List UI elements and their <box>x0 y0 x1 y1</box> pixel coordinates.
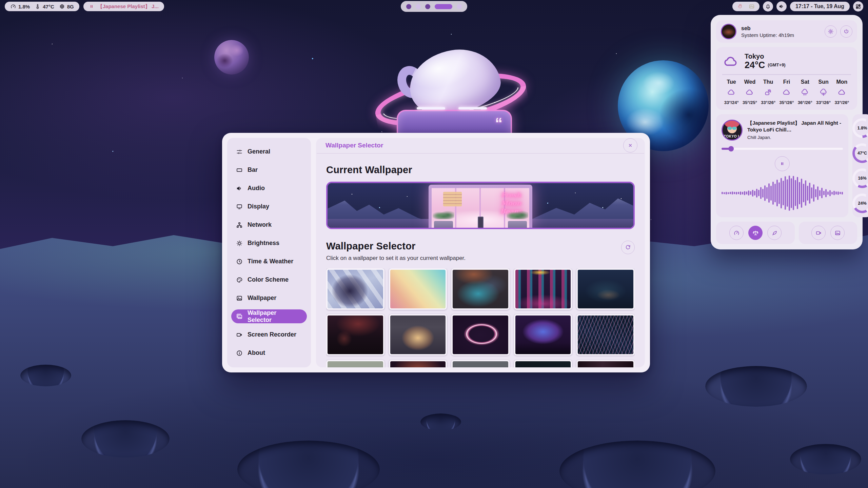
screen-record-button[interactable] <box>811 226 826 240</box>
wallpaper-thumbnail[interactable] <box>514 360 572 367</box>
waveform-bar <box>837 191 839 195</box>
sidebar-item-network[interactable]: Network <box>231 218 307 232</box>
volume-button[interactable] <box>776 1 787 12</box>
waveform-bar <box>746 191 747 195</box>
refresh-button[interactable] <box>621 241 635 254</box>
waveform-bar <box>827 191 829 195</box>
workspace-dot-1[interactable] <box>406 4 411 9</box>
waveform-bar <box>831 192 833 195</box>
sidebar-label: Network <box>248 221 272 228</box>
sidebar-label: Bar <box>248 166 258 174</box>
image-icon <box>834 230 841 236</box>
hand-app-icon[interactable] <box>737 3 743 9</box>
wallpaper-thumbnail[interactable] <box>389 268 447 310</box>
videocam-icon <box>815 230 822 236</box>
weather-card: Tokyo 24°C (GMT+9) Tue Wed Thu Fri Sat S… <box>716 47 857 110</box>
waveform-bar <box>730 192 731 194</box>
sidebar-item-wallpaper-selector[interactable]: Wallpaper Selector <box>231 309 307 323</box>
waveform-bar <box>835 191 837 195</box>
crater <box>420 413 461 430</box>
wallpaper-thumbnail[interactable] <box>576 314 635 355</box>
waveform-bar <box>774 184 776 202</box>
waveform-bar <box>805 180 806 206</box>
wallpaper-thumbnail[interactable] <box>389 314 447 355</box>
settings-window: General Bar Audio Display Network Bright… <box>222 133 650 372</box>
cloud-icon <box>722 88 741 97</box>
bar-icon <box>236 167 243 174</box>
user-name: seb <box>741 25 794 32</box>
wallpaper-thumbnail[interactable] <box>451 360 510 367</box>
profile-balanced-button[interactable] <box>748 226 763 240</box>
waveform-bar <box>752 190 753 197</box>
workspace-dot-4[interactable] <box>435 4 452 9</box>
system-stats-pill[interactable]: 1.8% 47°C 8G <box>5 2 79 11</box>
wallpaper-thumbnail[interactable] <box>389 360 447 367</box>
waveform-bar <box>809 183 810 204</box>
wallpaper-grid <box>326 268 635 367</box>
waveform-bar <box>803 184 804 202</box>
waveform-bar <box>778 182 780 204</box>
gauge-value: 24% <box>852 194 868 213</box>
media-progress-slider[interactable] <box>722 146 843 151</box>
notifications-button[interactable] <box>763 1 773 12</box>
settings-main-panel: Wallpaper Selector Current Wallpaper Fre… <box>316 138 645 367</box>
screenshot-button[interactable] <box>830 226 845 240</box>
sidebar-item-display[interactable]: Display <box>231 200 307 214</box>
waveform-bar <box>795 180 796 206</box>
waveform-bar <box>789 176 790 211</box>
forecast-day: Fri <box>777 79 796 85</box>
waveform-bar <box>724 192 725 194</box>
current-wallpaper-preview[interactable]: FreshMoonBeans <box>326 182 635 229</box>
sidebar-item-wallpaper[interactable]: Wallpaper <box>231 291 307 305</box>
crater <box>20 365 71 386</box>
forecast-temps: 33°/24° <box>722 100 741 105</box>
wallpaper-thumbnail[interactable] <box>514 268 572 310</box>
wallpaper-thumbnail[interactable] <box>451 268 510 310</box>
app-launcher-button[interactable] <box>853 1 863 12</box>
weather-divider <box>722 74 851 75</box>
wallpaper-thumbnail[interactable] <box>326 360 384 367</box>
profile-performance-button[interactable] <box>729 226 744 240</box>
clock-pill[interactable]: 17:17 - Tue, 19 Aug <box>790 2 850 11</box>
wallpaper-thumbnail[interactable] <box>576 268 635 310</box>
workspace-dot-2[interactable] <box>416 4 421 9</box>
sidebar-item-about[interactable]: About <box>231 346 307 360</box>
sidebar-item-bar[interactable]: Bar <box>231 163 307 177</box>
wallpaper-thumbnail[interactable] <box>326 268 384 310</box>
waveform-bar <box>829 190 831 196</box>
waveform-bar <box>758 190 760 196</box>
waveform-bar <box>748 190 749 196</box>
media-title: 【Japanese Playlist】 Japan All Night - To… <box>747 120 843 133</box>
info-icon <box>236 350 243 357</box>
media-chip[interactable]: 【Japanese Playlist】 J... <box>83 2 164 11</box>
sidebar-item-audio[interactable]: Audio <box>231 181 307 195</box>
videocam-icon <box>236 331 243 338</box>
cpu-gauge: 1.8% <box>852 118 868 138</box>
waveform-bar <box>842 192 843 195</box>
profile-power-saver-button[interactable] <box>767 226 782 240</box>
waveform-bar <box>728 192 729 194</box>
workspace-dot-3[interactable] <box>425 4 430 9</box>
wallpaper-thumbnail[interactable] <box>326 314 384 355</box>
sidebar-item-color-scheme[interactable]: Color Scheme <box>231 273 307 287</box>
sidebar-item-brightness[interactable]: Brightness <box>231 236 307 250</box>
wallpaper-thumbnail[interactable] <box>451 314 510 355</box>
gear-icon <box>828 28 834 35</box>
photo-app-icon[interactable] <box>749 3 755 9</box>
sidebar-label: Brightness <box>248 240 279 247</box>
wallpaper-thumbnail[interactable] <box>514 314 572 355</box>
workspace-dot-5[interactable] <box>457 4 462 9</box>
cloud-icon <box>741 88 759 97</box>
preview-plant <box>507 215 528 228</box>
wallpaper-thumbnail[interactable] <box>576 360 635 367</box>
settings-button[interactable] <box>825 25 837 38</box>
bar-right-cluster: 17:17 - Tue, 19 Aug <box>732 1 863 12</box>
power-button[interactable] <box>840 25 852 38</box>
play-pause-button[interactable] <box>775 156 790 171</box>
slider-thumb[interactable] <box>728 146 734 151</box>
sidebar-item-screen-recorder[interactable]: Screen Recorder <box>231 328 307 342</box>
close-button[interactable] <box>623 138 637 152</box>
sidebar-item-time-weather[interactable]: Time & Weather <box>231 255 307 268</box>
sidebar-item-general[interactable]: General <box>231 145 307 159</box>
waveform-bar <box>783 181 784 205</box>
